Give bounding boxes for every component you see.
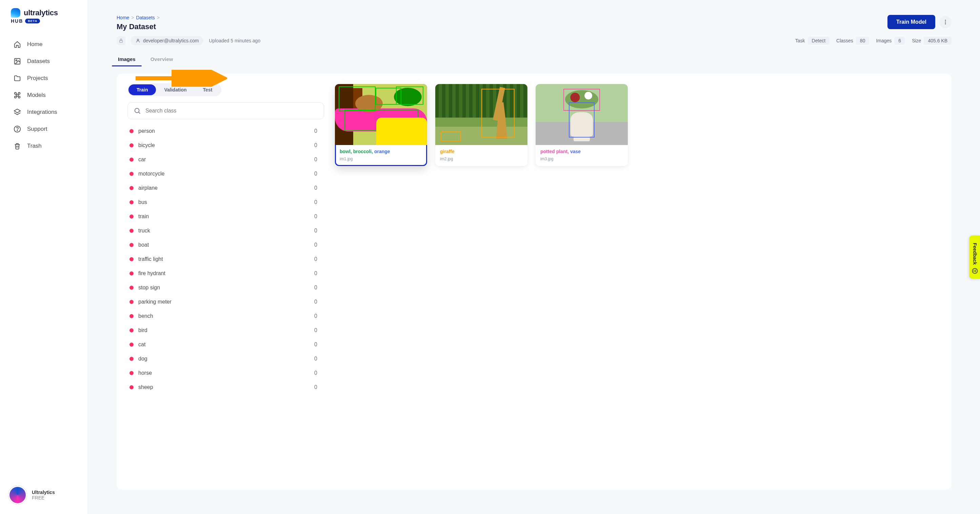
image-card[interactable]: potted plant, vase im3.jpg bbox=[536, 84, 628, 166]
brand-name: ultralytics bbox=[24, 8, 58, 17]
class-color-dot-icon bbox=[129, 214, 134, 219]
class-row[interactable]: bench0 bbox=[127, 309, 320, 323]
image-icon bbox=[14, 58, 21, 65]
nav-models[interactable]: Models bbox=[0, 87, 88, 104]
class-row[interactable]: bus0 bbox=[127, 195, 320, 209]
class-row[interactable]: parking meter0 bbox=[127, 295, 320, 309]
image-card[interactable]: giraffe im2.jpg bbox=[435, 84, 527, 166]
class-row[interactable]: fire hydrant0 bbox=[127, 267, 320, 281]
tab-images[interactable]: Images bbox=[117, 53, 137, 66]
feedback-tab[interactable]: Feedback bbox=[969, 235, 980, 279]
class-row[interactable]: boat0 bbox=[127, 238, 320, 252]
svg-point-5 bbox=[945, 20, 946, 21]
account-name: Ultralytics bbox=[32, 490, 55, 495]
nav-projects[interactable]: Projects bbox=[0, 70, 88, 87]
class-name: horse bbox=[138, 370, 152, 376]
meta-task-value: Detect bbox=[808, 36, 829, 45]
brand-logo[interactable]: ultralytics HUB BETA bbox=[0, 8, 88, 33]
class-name: fire hydrant bbox=[138, 270, 165, 276]
crumb-home[interactable]: Home bbox=[117, 15, 129, 20]
class-count: 0 bbox=[314, 270, 317, 276]
class-count: 0 bbox=[314, 157, 317, 163]
class-row[interactable]: horse0 bbox=[127, 366, 320, 380]
class-row[interactable]: motorcycle0 bbox=[127, 167, 320, 181]
meta-images-label: Images bbox=[876, 38, 891, 43]
more-actions-button[interactable] bbox=[939, 16, 951, 28]
smile-icon bbox=[972, 268, 978, 274]
svg-point-12 bbox=[975, 270, 976, 271]
feedback-label: Feedback bbox=[972, 243, 978, 265]
class-color-dot-icon bbox=[129, 257, 134, 261]
class-color-dot-icon bbox=[129, 229, 134, 233]
class-row[interactable]: truck0 bbox=[127, 224, 320, 238]
crumb-datasets[interactable]: Datasets bbox=[136, 15, 155, 20]
class-count: 0 bbox=[314, 185, 317, 191]
image-filename: im2.jpg bbox=[440, 157, 523, 161]
class-row[interactable]: dog0 bbox=[127, 352, 320, 366]
class-color-dot-icon bbox=[129, 385, 134, 389]
class-count: 0 bbox=[314, 142, 317, 148]
class-color-dot-icon bbox=[129, 343, 134, 347]
owner-email: developer@ultralytics.com bbox=[143, 38, 199, 43]
class-row[interactable]: train0 bbox=[127, 209, 320, 224]
nav-integrations[interactable]: Integrations bbox=[0, 104, 88, 121]
split-train[interactable]: Train bbox=[129, 84, 156, 95]
class-color-dot-icon bbox=[129, 129, 134, 133]
meta-images: Images 6 bbox=[876, 36, 905, 45]
meta-classes: Classes 80 bbox=[836, 36, 869, 45]
nav-datasets[interactable]: Datasets bbox=[0, 53, 88, 70]
class-color-dot-icon bbox=[129, 143, 134, 148]
svg-point-6 bbox=[945, 22, 946, 23]
class-name: cat bbox=[138, 341, 145, 347]
class-count: 0 bbox=[314, 128, 317, 134]
class-row[interactable]: bird0 bbox=[127, 323, 320, 338]
class-color-dot-icon bbox=[129, 243, 134, 247]
class-color-dot-icon bbox=[129, 300, 134, 304]
class-list[interactable]: person0bicycle0car0motorcycle0airplane0b… bbox=[127, 124, 324, 394]
meta-size: Size 405.6 KB bbox=[912, 36, 951, 45]
split-validation[interactable]: Validation bbox=[156, 84, 194, 95]
train-model-button[interactable]: Train Model bbox=[888, 15, 935, 29]
nav-trash[interactable]: Trash bbox=[0, 138, 88, 154]
class-row[interactable]: person0 bbox=[127, 124, 320, 138]
class-row[interactable]: sheep0 bbox=[127, 380, 320, 394]
class-row[interactable]: stop sign0 bbox=[127, 281, 320, 295]
image-filename: im1.jpg bbox=[340, 157, 422, 161]
class-row[interactable]: bicycle0 bbox=[127, 138, 320, 152]
meta-size-label: Size bbox=[912, 38, 921, 43]
class-name: parking meter bbox=[138, 299, 172, 305]
nav-home[interactable]: Home bbox=[0, 36, 88, 53]
class-count: 0 bbox=[314, 256, 317, 262]
image-card[interactable]: bowl, broccoli, orange im1.jpg bbox=[335, 84, 427, 166]
nav-label: Integrations bbox=[27, 109, 57, 116]
class-color-dot-icon bbox=[129, 328, 134, 332]
class-search-input[interactable] bbox=[127, 102, 324, 119]
svg-rect-8 bbox=[120, 40, 123, 42]
page-title: My Dataset bbox=[117, 22, 160, 31]
image-filename: im3.jpg bbox=[540, 157, 623, 161]
class-row[interactable]: cat0 bbox=[127, 338, 320, 352]
class-name: bench bbox=[138, 313, 153, 319]
nav-label: Datasets bbox=[27, 58, 50, 65]
class-count: 0 bbox=[314, 327, 317, 333]
svg-point-13 bbox=[975, 271, 976, 272]
tab-overview[interactable]: Overview bbox=[149, 53, 175, 66]
primary-nav: Home Datasets Projects Models Integratio… bbox=[0, 33, 88, 157]
class-row[interactable]: car0 bbox=[127, 152, 320, 167]
account-card[interactable]: Ultralytics FREE bbox=[0, 480, 88, 510]
nav-label: Home bbox=[27, 41, 42, 48]
class-count: 0 bbox=[314, 199, 317, 205]
class-row[interactable]: airplane0 bbox=[127, 181, 320, 195]
class-row[interactable]: traffic light0 bbox=[127, 252, 320, 267]
class-name: motorcycle bbox=[138, 171, 164, 177]
meta-task: Task Detect bbox=[795, 36, 829, 45]
nav-support[interactable]: Support bbox=[0, 121, 88, 138]
class-count: 0 bbox=[314, 370, 317, 376]
avatar bbox=[8, 485, 27, 504]
account-tier: FREE bbox=[32, 495, 55, 500]
owner-pill[interactable]: developer@ultralytics.com bbox=[131, 36, 204, 45]
split-test[interactable]: Test bbox=[195, 84, 221, 95]
class-count: 0 bbox=[314, 285, 317, 291]
uploaded-timestamp: Uploaded 5 minutes ago bbox=[209, 38, 260, 43]
class-name: boat bbox=[138, 242, 149, 248]
